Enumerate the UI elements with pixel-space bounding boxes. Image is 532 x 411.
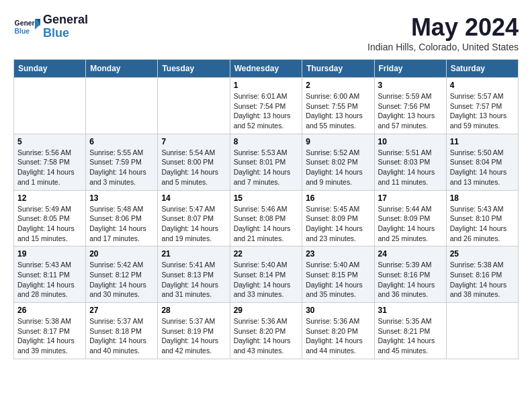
calendar-header-row: SundayMondayTuesdayWednesdayThursdayFrid… [14, 60, 519, 78]
day-info: Sunrise: 5:54 AM Sunset: 8:00 PM Dayligh… [161, 148, 226, 187]
day-number: 22 [234, 249, 299, 259]
calendar-cell: 22Sunrise: 5:40 AM Sunset: 8:14 PM Dayli… [230, 246, 302, 303]
calendar-cell: 28Sunrise: 5:37 AM Sunset: 8:19 PM Dayli… [158, 303, 230, 359]
day-number: 21 [161, 249, 226, 259]
calendar-day-header: Monday [86, 60, 158, 78]
day-number: 15 [234, 193, 299, 203]
day-number: 2 [306, 81, 370, 90]
calendar-week-row: 19Sunrise: 5:43 AM Sunset: 8:11 PM Dayli… [14, 246, 519, 303]
day-number: 25 [450, 249, 515, 259]
calendar-week-row: 1Sunrise: 6:01 AM Sunset: 7:54 PM Daylig… [14, 78, 519, 134]
day-number: 28 [161, 306, 226, 315]
day-number: 19 [17, 249, 82, 259]
title-block: May 2024 Indian Hills, Colorado, United … [367, 13, 519, 52]
calendar-cell: 9Sunrise: 5:52 AM Sunset: 8:02 PM Daylig… [302, 134, 374, 190]
day-info: Sunrise: 5:49 AM Sunset: 8:05 PM Dayligh… [17, 204, 82, 244]
day-number: 3 [378, 81, 443, 90]
day-number: 6 [89, 137, 154, 146]
calendar-week-row: 12Sunrise: 5:49 AM Sunset: 8:05 PM Dayli… [14, 190, 519, 246]
calendar-cell [446, 303, 518, 359]
calendar-cell [14, 78, 86, 134]
calendar-cell: 11Sunrise: 5:50 AM Sunset: 8:04 PM Dayli… [446, 134, 518, 190]
day-info: Sunrise: 5:40 AM Sunset: 8:15 PM Dayligh… [306, 260, 370, 300]
day-number: 18 [450, 193, 515, 203]
day-info: Sunrise: 5:56 AM Sunset: 7:58 PM Dayligh… [17, 148, 82, 187]
day-number: 16 [306, 193, 370, 203]
calendar-cell: 5Sunrise: 5:56 AM Sunset: 7:58 PM Daylig… [14, 134, 86, 190]
calendar-cell: 13Sunrise: 5:48 AM Sunset: 8:06 PM Dayli… [86, 190, 158, 246]
subtitle: Indian Hills, Colorado, United States [367, 42, 519, 52]
day-info: Sunrise: 5:38 AM Sunset: 8:17 PM Dayligh… [17, 316, 82, 356]
calendar-cell: 26Sunrise: 5:38 AM Sunset: 8:17 PM Dayli… [14, 303, 86, 359]
day-info: Sunrise: 6:01 AM Sunset: 7:54 PM Dayligh… [234, 91, 299, 131]
day-number: 20 [89, 249, 154, 259]
day-info: Sunrise: 5:41 AM Sunset: 8:13 PM Dayligh… [161, 260, 226, 300]
day-number: 5 [17, 137, 82, 146]
day-info: Sunrise: 5:55 AM Sunset: 7:59 PM Dayligh… [89, 148, 154, 187]
day-info: Sunrise: 5:48 AM Sunset: 8:06 PM Dayligh… [89, 204, 154, 244]
day-number: 11 [450, 137, 515, 146]
day-info: Sunrise: 5:36 AM Sunset: 8:20 PM Dayligh… [306, 316, 370, 356]
calendar-cell: 17Sunrise: 5:44 AM Sunset: 8:09 PM Dayli… [374, 190, 446, 246]
calendar-cell: 14Sunrise: 5:47 AM Sunset: 8:07 PM Dayli… [158, 190, 230, 246]
calendar-cell: 1Sunrise: 6:01 AM Sunset: 7:54 PM Daylig… [230, 78, 302, 134]
day-number: 13 [89, 193, 154, 203]
day-info: Sunrise: 5:44 AM Sunset: 8:09 PM Dayligh… [378, 204, 443, 244]
day-info: Sunrise: 5:39 AM Sunset: 8:16 PM Dayligh… [378, 260, 443, 300]
calendar-cell: 12Sunrise: 5:49 AM Sunset: 8:05 PM Dayli… [14, 190, 86, 246]
logo-icon: General Blue [13, 13, 40, 40]
calendar-cell: 31Sunrise: 5:35 AM Sunset: 8:21 PM Dayli… [374, 303, 446, 359]
day-info: Sunrise: 5:50 AM Sunset: 8:04 PM Dayligh… [450, 148, 515, 187]
calendar-cell: 8Sunrise: 5:53 AM Sunset: 8:01 PM Daylig… [230, 134, 302, 190]
calendar-cell: 2Sunrise: 6:00 AM Sunset: 7:55 PM Daylig… [302, 78, 374, 134]
calendar-cell: 4Sunrise: 5:57 AM Sunset: 7:57 PM Daylig… [446, 78, 518, 134]
logo: General Blue General Blue [13, 13, 88, 40]
calendar-cell: 6Sunrise: 5:55 AM Sunset: 7:59 PM Daylig… [86, 134, 158, 190]
day-number: 4 [450, 81, 515, 90]
day-info: Sunrise: 5:46 AM Sunset: 8:08 PM Dayligh… [234, 204, 299, 244]
day-info: Sunrise: 5:45 AM Sunset: 8:09 PM Dayligh… [306, 204, 370, 244]
day-info: Sunrise: 5:51 AM Sunset: 8:03 PM Dayligh… [378, 148, 443, 187]
day-number: 29 [234, 306, 299, 315]
calendar-cell [86, 78, 158, 134]
day-info: Sunrise: 5:43 AM Sunset: 8:10 PM Dayligh… [450, 204, 515, 244]
day-info: Sunrise: 5:57 AM Sunset: 7:57 PM Dayligh… [450, 91, 515, 131]
day-number: 14 [161, 193, 226, 203]
day-info: Sunrise: 6:00 AM Sunset: 7:55 PM Dayligh… [306, 91, 370, 131]
day-number: 31 [378, 306, 443, 315]
day-number: 9 [306, 137, 370, 146]
calendar-day-header: Thursday [302, 60, 374, 78]
day-info: Sunrise: 5:42 AM Sunset: 8:12 PM Dayligh… [89, 260, 154, 300]
calendar-cell: 21Sunrise: 5:41 AM Sunset: 8:13 PM Dayli… [158, 246, 230, 303]
calendar-week-row: 26Sunrise: 5:38 AM Sunset: 8:17 PM Dayli… [14, 303, 519, 359]
calendar-cell: 30Sunrise: 5:36 AM Sunset: 8:20 PM Dayli… [302, 303, 374, 359]
day-number: 27 [89, 306, 154, 315]
logo-text: General Blue [43, 13, 88, 40]
calendar-cell: 25Sunrise: 5:38 AM Sunset: 8:16 PM Dayli… [446, 246, 518, 303]
calendar-cell: 18Sunrise: 5:43 AM Sunset: 8:10 PM Dayli… [446, 190, 518, 246]
calendar-cell: 20Sunrise: 5:42 AM Sunset: 8:12 PM Dayli… [86, 246, 158, 303]
day-info: Sunrise: 5:40 AM Sunset: 8:14 PM Dayligh… [234, 260, 299, 300]
calendar-day-header: Saturday [446, 60, 518, 78]
calendar-cell: 3Sunrise: 5:59 AM Sunset: 7:56 PM Daylig… [374, 78, 446, 134]
day-info: Sunrise: 5:52 AM Sunset: 8:02 PM Dayligh… [306, 148, 370, 187]
day-number: 24 [378, 249, 443, 259]
day-number: 12 [17, 193, 82, 203]
calendar-cell [158, 78, 230, 134]
calendar-cell: 16Sunrise: 5:45 AM Sunset: 8:09 PM Dayli… [302, 190, 374, 246]
day-info: Sunrise: 5:35 AM Sunset: 8:21 PM Dayligh… [378, 316, 443, 356]
day-info: Sunrise: 5:59 AM Sunset: 7:56 PM Dayligh… [378, 91, 443, 131]
day-number: 17 [378, 193, 443, 203]
day-number: 1 [234, 81, 299, 90]
calendar-day-header: Sunday [14, 60, 86, 78]
day-info: Sunrise: 5:38 AM Sunset: 8:16 PM Dayligh… [450, 260, 515, 300]
calendar-cell: 24Sunrise: 5:39 AM Sunset: 8:16 PM Dayli… [374, 246, 446, 303]
day-info: Sunrise: 5:37 AM Sunset: 8:19 PM Dayligh… [161, 316, 226, 356]
svg-text:Blue: Blue [15, 28, 30, 35]
calendar-cell: 29Sunrise: 5:36 AM Sunset: 8:20 PM Dayli… [230, 303, 302, 359]
calendar-week-row: 5Sunrise: 5:56 AM Sunset: 7:58 PM Daylig… [14, 134, 519, 190]
calendar-cell: 10Sunrise: 5:51 AM Sunset: 8:03 PM Dayli… [374, 134, 446, 190]
calendar-cell: 27Sunrise: 5:37 AM Sunset: 8:18 PM Dayli… [86, 303, 158, 359]
main-title: May 2024 [367, 13, 519, 42]
day-number: 30 [306, 306, 370, 315]
